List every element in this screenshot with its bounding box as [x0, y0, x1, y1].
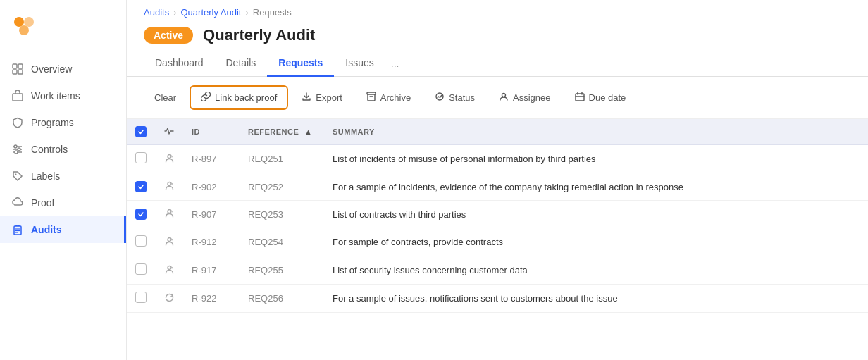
svg-point-26 [168, 266, 171, 269]
person-icon [164, 210, 175, 221]
svg-point-25 [168, 237, 171, 241]
row-checkbox-cell [127, 228, 155, 256]
svg-rect-4 [18, 64, 23, 68]
svg-point-1 [24, 17, 34, 27]
svg-point-13 [15, 151, 18, 154]
cloud-icon [11, 197, 24, 209]
grid-icon [11, 63, 24, 75]
sidebar-item-proof-label: Proof [31, 197, 54, 209]
row-id: R-907 [183, 201, 240, 228]
svg-point-2 [19, 25, 29, 35]
tab-requests[interactable]: Requests [267, 50, 334, 77]
sidebar-item-audits-label: Audits [31, 224, 62, 235]
page-title: Quarterly Audit [203, 26, 315, 44]
sidebar-item-programs[interactable]: Programs [0, 109, 126, 136]
svg-point-0 [14, 17, 24, 27]
status-badge: Active [144, 27, 193, 44]
sidebar-item-proof[interactable]: Proof [0, 190, 126, 216]
svg-rect-19 [367, 92, 376, 94]
sidebar-item-overview-label: Overview [31, 63, 72, 75]
archive-button[interactable]: Archive [356, 86, 421, 109]
row-icon-cell [155, 201, 183, 228]
row-icon-cell [155, 228, 183, 256]
row-summary: List of contracts with third parties [324, 201, 868, 228]
breadcrumb-audits[interactable]: Audits [144, 7, 169, 18]
breadcrumb-current: Requests [253, 7, 292, 18]
tab-dashboard[interactable]: Dashboard [144, 50, 215, 77]
row-checkbox[interactable] [135, 235, 147, 247]
sidebar-item-audits[interactable]: Audits [0, 216, 126, 243]
person-icon [164, 294, 175, 305]
row-checkbox-cell [127, 256, 155, 285]
box-icon [11, 89, 24, 102]
link-back-proof-button[interactable]: Link back proof [190, 85, 288, 110]
tab-more[interactable]: ... [385, 51, 405, 76]
person-icon [164, 155, 175, 166]
tag-icon [11, 170, 24, 182]
row-id: R-897 [183, 145, 240, 173]
breadcrumb: Audits › Quarterly Audit › Requests [127, 0, 868, 22]
row-checkbox[interactable] [135, 152, 147, 163]
row-id: R-902 [183, 173, 240, 201]
col-icon [155, 119, 183, 145]
row-icon-cell [155, 285, 183, 313]
requests-table-container: ID REFERENCE ▲ SUMMARY R-897REQ251List o… [127, 119, 868, 360]
sidebar-item-work-items[interactable]: Work items [0, 82, 126, 109]
link-back-proof-label: Link back proof [215, 92, 277, 103]
svg-rect-6 [18, 70, 23, 74]
breadcrumb-sep-1: › [173, 7, 176, 18]
due-date-button[interactable]: Due date [564, 86, 637, 109]
activity-icon [164, 129, 174, 137]
tab-details[interactable]: Details [215, 50, 268, 77]
person-icon [164, 238, 175, 249]
row-checkbox-cell [127, 201, 155, 228]
clipboard-icon [11, 223, 24, 236]
sidebar-item-labels[interactable]: Labels [0, 163, 126, 190]
export-label: Export [316, 92, 342, 103]
tabs-nav: Dashboard Details Requests Issues ... [127, 50, 868, 77]
export-button[interactable]: Export [291, 86, 353, 109]
table-row: R-897REQ251List of incidents of misuse o… [127, 145, 868, 173]
row-checkbox[interactable] [135, 209, 147, 220]
select-all-checkbox[interactable] [135, 126, 147, 137]
assignee-icon [499, 92, 509, 104]
svg-rect-3 [13, 64, 17, 68]
sidebar-item-work-items-label: Work items [31, 90, 80, 101]
due-date-label: Due date [589, 92, 626, 103]
status-button[interactable]: Status [424, 86, 485, 109]
row-checkbox[interactable] [135, 292, 147, 303]
logo [0, 8, 126, 56]
svg-rect-7 [13, 94, 23, 101]
row-checkbox[interactable] [135, 181, 147, 192]
table-header-row: ID REFERENCE ▲ SUMMARY [127, 119, 868, 145]
tab-issues[interactable]: Issues [334, 50, 385, 77]
toolbar: Clear Link back proof Export Archive Sta… [127, 77, 868, 119]
col-id-header[interactable]: ID [183, 119, 240, 145]
svg-point-23 [168, 182, 171, 186]
svg-rect-21 [576, 94, 584, 101]
svg-rect-5 [13, 70, 17, 74]
row-icon-cell [155, 256, 183, 285]
archive-label: Archive [380, 92, 411, 103]
row-checkbox-cell [127, 173, 155, 201]
clear-button[interactable]: Clear [144, 87, 187, 108]
sidebar-item-controls[interactable]: Controls [0, 136, 126, 163]
due-date-icon [575, 92, 585, 104]
sidebar-item-overview[interactable]: Overview [0, 56, 126, 82]
col-summary-header: SUMMARY [324, 119, 868, 145]
row-checkbox-cell [127, 145, 155, 173]
svg-point-22 [168, 154, 171, 158]
status-icon [435, 92, 445, 104]
breadcrumb-quarterly-audit[interactable]: Quarterly Audit [180, 7, 241, 18]
row-icon-cell [155, 173, 183, 201]
export-icon [302, 92, 311, 104]
col-checkbox [127, 119, 155, 145]
row-reference: REQ256 [240, 285, 324, 313]
col-reference-header[interactable]: REFERENCE ▲ [240, 119, 324, 145]
link-icon [201, 92, 211, 104]
assignee-button[interactable]: Assignee [488, 86, 561, 109]
row-checkbox[interactable] [135, 263, 147, 275]
row-summary: For a sample of incidents, evidence of t… [324, 173, 868, 201]
svg-point-24 [168, 210, 171, 213]
table-row: R-922REQ256For a sample of issues, notif… [127, 285, 868, 313]
